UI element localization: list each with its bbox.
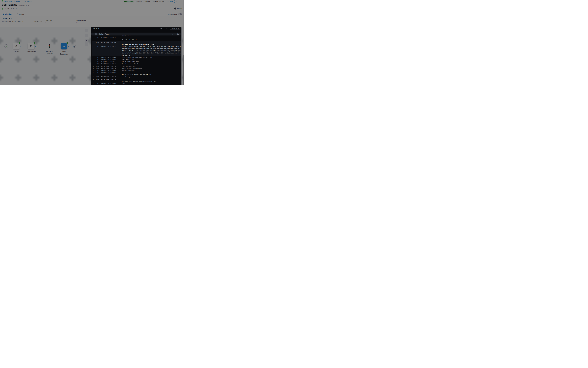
log-row: 5INFO15/09/2022 16:09:35Did not find the…: [92, 46, 181, 56]
step-logs-header: Step Logs Console View: [91, 27, 181, 30]
log-timestamp: 15/09/2022 16:09:42: [101, 58, 116, 61]
log-message: Chart bucket: achhelmbucket: [122, 67, 181, 69]
log-timestamp: 15/09/2022 16:09:42: [101, 65, 116, 67]
log-message: Did not find the chart and version in lo…: [122, 46, 181, 56]
step-logs-drawer: Step Logs Console View ✓ Fetch Files ↑ ↓…: [91, 27, 181, 85]
console-view-button[interactable]: Console View: [170, 27, 180, 29]
step-section-fetch-files[interactable]: ✓ Fetch Files ↑ ↓ 9s: [91, 33, 180, 36]
log-line-number: 4: [92, 41, 95, 43]
log-timestamp: 15/09/2022 16:09:42: [101, 72, 116, 74]
log-timestamp: 15/09/2022 16:09:42: [101, 56, 116, 59]
log-message: Chart name: test-chart: [122, 61, 181, 63]
log-row: 4INFO15/09/2022 16:09:35 Fetching values…: [92, 41, 181, 46]
log-message: Done.: [122, 83, 181, 85]
log-line-number: 10: [92, 65, 95, 67]
log-message: Fetching values.yaml from helm chart rep…: [122, 41, 181, 46]
log-level: INFO: [96, 63, 99, 65]
log-message: Helm version: V380: [122, 65, 181, 67]
log-lines[interactable]: m gitInfo }3INFO15/09/2022 16:09:35 Star…: [91, 36, 181, 85]
log-timestamp: 15/09/2022 16:09:35: [101, 37, 116, 39]
log-message: Helm repository: aws-qa-setup-modified: [122, 56, 181, 59]
log-maximize-button[interactable]: [163, 28, 165, 29]
step-logs-actions: Console View: [161, 27, 180, 29]
log-line-number: 11: [92, 67, 95, 69]
step-controls: ↑ ↓ 9s: [172, 33, 179, 35]
log-message: Region: us-east-1: [122, 69, 181, 72]
log-timestamp: 15/09/2022 16:09:42: [101, 69, 116, 72]
log-row: 16INFO15/09/2022 16:09:42Done.: [92, 83, 181, 85]
log-row: 6INFO15/09/2022 16:09:42Helm repository:…: [92, 56, 181, 59]
log-row: 14INFO15/09/2022 16:09:42- values.yaml: [92, 76, 181, 78]
log-message: Fetching helm values completed successfu…: [122, 78, 181, 83]
log-message: m gitInfo }: [122, 36, 181, 37]
log-timestamp: 15/09/2022 16:09:42: [101, 63, 116, 65]
log-timestamp: 15/09/2022 16:09:42: [101, 83, 116, 85]
log-row: 11INFO15/09/2022 16:09:42Chart bucket: a…: [92, 67, 181, 69]
step-name: Fetch Files: [99, 33, 110, 35]
log-level: INFO: [96, 69, 99, 72]
log-message: Starting fetching Helm values: [122, 37, 181, 41]
log-timestamp: 15/09/2022 16:09:35: [101, 46, 116, 48]
log-line-number: 9: [92, 63, 95, 65]
log-level: INFO: [96, 61, 99, 63]
log-line-number: 12: [92, 69, 95, 72]
scroll-up-icon[interactable]: ↑: [172, 33, 173, 35]
chevron-down-icon[interactable]: [92, 34, 94, 34]
log-row: 7INFO15/09/2022 16:09:42Base Path: chart…: [92, 58, 181, 61]
log-message: - values.yaml: [122, 76, 181, 78]
log-level: INFO: [96, 37, 99, 39]
log-line-partial: m gitInfo }: [92, 36, 181, 37]
step-logs-title: Step Logs: [92, 28, 99, 29]
log-row: 13INFO15/09/2022 16:09:42 Following were…: [92, 72, 181, 76]
log-row: 8INFO15/09/2022 16:09:42Chart name: test…: [92, 61, 181, 63]
log-line-number: 13: [92, 72, 95, 74]
log-timestamp: 15/09/2022 16:09:42: [101, 67, 116, 69]
log-line-number: 16: [92, 83, 95, 85]
log-line-number: 3: [92, 37, 95, 39]
log-line-number: 15: [92, 78, 95, 80]
log-level: INFO: [96, 78, 99, 80]
log-level: INFO: [96, 83, 99, 85]
log-timestamp: 15/09/2022 16:09:35: [101, 41, 116, 43]
search-icon: [161, 28, 162, 29]
log-line-number: 5: [92, 46, 95, 48]
log-row: 15INFO15/09/2022 16:09:42 Fetching helm …: [92, 78, 181, 83]
scroll-down-icon[interactable]: ↓: [175, 33, 176, 35]
log-level: INFO: [96, 56, 99, 59]
log-row: 3INFO15/09/2022 16:09:35 Starting fetchi…: [92, 37, 181, 41]
log-row: 9INFO15/09/2022 16:09:42Chart version: 0…: [92, 63, 181, 65]
log-row: 10INFO15/09/2022 16:09:42Helm version: V…: [92, 65, 181, 67]
log-level: INFO: [96, 58, 99, 61]
log-message: Base Path: charts/: [122, 58, 181, 61]
maximize-icon: [163, 28, 165, 29]
external-link-icon: [167, 28, 168, 29]
log-message: Following were fetched successfully :: [122, 72, 181, 76]
log-timestamp: 15/09/2022 16:09:42: [101, 61, 116, 63]
open-in-new-button[interactable]: [167, 28, 168, 29]
log-search-button[interactable]: [161, 28, 162, 29]
log-level: INFO: [96, 65, 99, 67]
step-status-check-icon: ✓: [95, 33, 97, 35]
log-level: INFO: [96, 67, 99, 69]
log-message: Chart version: 0.1.0: [122, 63, 181, 65]
log-line-number: 8: [92, 61, 95, 63]
log-level: INFO: [96, 72, 99, 74]
log-line-number: 6: [92, 56, 95, 59]
log-line-number: 14: [92, 76, 95, 78]
step-duration: 9s: [177, 33, 179, 35]
log-timestamp: 15/09/2022 16:09:42: [101, 76, 116, 78]
log-level: INFO: [96, 41, 99, 43]
log-row: 12INFO15/09/2022 16:09:42Region: us-east…: [92, 69, 181, 72]
log-timestamp: 15/09/2022 16:09:42: [101, 78, 116, 80]
log-level: INFO: [96, 46, 99, 48]
log-level: INFO: [96, 76, 99, 78]
log-line-number: 7: [92, 58, 95, 61]
